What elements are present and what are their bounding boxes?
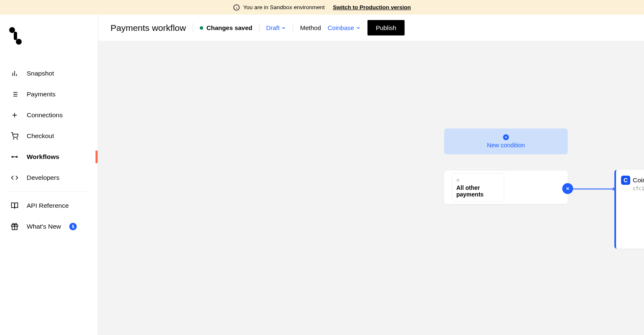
sidebar-item-connections[interactable]: Connections — [0, 105, 98, 126]
sidebar-item-checkout[interactable]: Checkout — [0, 126, 98, 146]
svg-point-3 — [9, 27, 15, 33]
sidebar-item-label: Payments — [27, 91, 55, 98]
coinbase-card[interactable]: ••• C Coinbase (AP... cfc14c71-ee91-45f9… — [614, 170, 644, 249]
new-condition-label: New condition — [487, 142, 525, 149]
divider — [293, 23, 293, 33]
sidebar-divider — [9, 191, 88, 192]
sidebar-item-label: Snapshot — [27, 70, 54, 77]
cart-icon — [11, 132, 18, 140]
topbar: Payments workflow Changes saved Draft Me… — [98, 15, 644, 41]
banner-message: You are in Sandbox environment — [243, 4, 325, 10]
sidebar-item-label: Connections — [27, 111, 63, 119]
environment-banner: You are in Sandbox environment Switch to… — [0, 0, 644, 15]
divider — [193, 23, 193, 33]
sidebar-item-api-reference[interactable]: API Reference — [0, 195, 98, 216]
connector-line — [568, 189, 616, 189]
svg-point-18 — [17, 139, 18, 139]
save-status: Changes saved — [200, 24, 252, 31]
svg-rect-4 — [14, 32, 17, 40]
app-logo — [0, 23, 98, 63]
sidebar-item-label: API Reference — [27, 202, 69, 209]
switch-production-link[interactable]: Switch to Production version — [333, 4, 411, 10]
arrow-right-icon — [611, 186, 616, 192]
svg-point-17 — [13, 139, 14, 139]
method-dropdown[interactable]: Coinbase — [328, 24, 361, 31]
chevron-down-icon — [281, 25, 286, 30]
publish-button[interactable]: Publish — [367, 20, 405, 35]
new-condition-button[interactable]: New condition — [444, 128, 568, 154]
coinbase-title: Coinbase (AP... — [633, 176, 644, 184]
sidebar-item-developers[interactable]: Developers — [0, 167, 98, 188]
draft-label: Draft — [266, 24, 280, 31]
sidebar: Snapshot Payments Connections Checkout W… — [0, 15, 98, 335]
draft-dropdown[interactable]: Draft — [266, 24, 287, 31]
status-dot-icon — [200, 26, 203, 30]
sidebar-item-payments[interactable]: Payments — [0, 84, 98, 105]
whats-new-badge: 5 — [69, 223, 77, 230]
status-row-failed: Failed — [621, 233, 644, 243]
info-icon — [233, 4, 240, 11]
method-label: Method — [300, 24, 321, 31]
other-payments-card[interactable]: » All other payments — [444, 171, 568, 204]
main-content: Payments workflow Changes saved Draft Me… — [98, 15, 644, 335]
workflow-icon — [11, 153, 18, 161]
sidebar-item-snapshot[interactable]: Snapshot — [0, 63, 98, 84]
close-icon — [565, 186, 570, 191]
workflow-canvas[interactable]: New condition » All other payments ••• C… — [98, 41, 644, 335]
gift-icon — [11, 223, 18, 230]
sidebar-item-label: What's New — [27, 223, 61, 230]
status-row-declined: Declined — [621, 216, 644, 226]
svg-point-20 — [16, 156, 18, 158]
code-icon — [11, 174, 18, 181]
save-status-text: Changes saved — [206, 24, 252, 31]
list-icon — [11, 91, 18, 98]
book-icon — [11, 202, 18, 209]
sidebar-item-workflows[interactable]: Workflows — [0, 146, 98, 167]
bar-chart-icon — [11, 70, 18, 77]
coinbase-id: cfc14c71-ee91-45f9... — [633, 186, 644, 191]
status-row-authorized: Authorized — [621, 199, 644, 209]
sidebar-item-whats-new[interactable]: What's New 5 — [0, 216, 98, 237]
page-title: Payments workflow — [111, 23, 186, 33]
method-value: Coinbase — [328, 24, 354, 31]
svg-point-5 — [16, 39, 22, 45]
sidebar-item-label: Developers — [27, 174, 59, 181]
coinbase-logo-icon: C — [621, 176, 630, 185]
chevron-right-double-icon: » — [456, 177, 500, 183]
sidebar-item-label: Workflows — [27, 153, 59, 161]
sidebar-item-label: Checkout — [27, 132, 54, 140]
svg-point-19 — [12, 156, 13, 158]
divider — [259, 23, 259, 33]
other-payments-label: All other payments — [456, 184, 500, 198]
plus-icon — [11, 111, 18, 119]
other-payments-box: » All other payments — [452, 173, 504, 202]
chevron-down-icon — [356, 25, 361, 30]
plus-circle-icon — [503, 134, 509, 140]
connector-close-button[interactable] — [562, 183, 573, 194]
